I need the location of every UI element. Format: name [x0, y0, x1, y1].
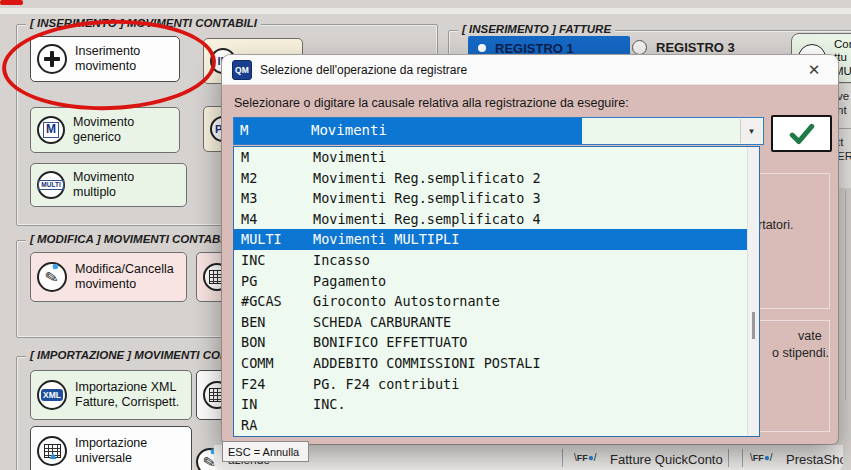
- causale-code: COMM: [241, 355, 274, 371]
- causale-desc: Movimenti Reg.semplificato 3: [313, 190, 541, 206]
- group-fatture-label: [ INSERIMENTO ] FATTURE: [458, 23, 615, 35]
- causale-row[interactable]: COMMADDEBITO COMMISSIONI POSTALI: [234, 353, 759, 374]
- movimento-generico-label: Movimentogenerico: [73, 115, 134, 145]
- tab-separator: [562, 449, 563, 467]
- table-upload-icon: ▲: [37, 436, 67, 466]
- causale-code: F24: [241, 376, 265, 392]
- registro-3-label: REGISTRO 3: [656, 40, 735, 55]
- modifica-cancella-button[interactable]: ✎ Modifica/Cancellamovimento: [30, 252, 187, 302]
- group-importazione-label: [ IMPORTAZIONE ] MOVIMENTI CONTA: [26, 349, 247, 361]
- causale-desc: Movimenti Reg.semplificato 2: [313, 170, 541, 186]
- causale-code: M3: [241, 190, 257, 206]
- text-fragment: ER: [837, 150, 851, 164]
- causale-code: INC: [241, 252, 265, 268]
- causale-row[interactable]: F24PG. F24 contributi: [234, 374, 759, 395]
- causale-desc: PG. F24 contributi: [313, 376, 459, 392]
- causale-code: MULTI: [241, 231, 282, 247]
- panel-border-fragment: [845, 190, 846, 400]
- selezione-operazione-dialog: QM Selezione dell'operazione da registra…: [222, 55, 838, 444]
- confirm-button[interactable]: [771, 115, 832, 152]
- toolbar-strip: [0, 8, 851, 14]
- text-fragment: nt: [837, 104, 847, 118]
- qm-app-icon: QM: [232, 60, 252, 80]
- causali-list[interactable]: MMovimentiM2Movimenti Reg.semplificato 2…: [233, 146, 760, 437]
- causale-desc: BONIFICO EFFETTUATO: [313, 334, 467, 350]
- movimento-multiplo-label: Movimento multiplo: [73, 170, 180, 200]
- causale-row[interactable]: INCIncasso: [234, 250, 759, 271]
- causale-row[interactable]: PGPagamento: [234, 271, 759, 292]
- importazione-xml-label: Importazione XMLFatture, Corrispett.: [75, 380, 179, 410]
- causale-combobox[interactable]: M Movimenti ▼: [233, 117, 764, 145]
- importazione-universale-label: Importazioneuniversale: [75, 436, 147, 466]
- pencil-icon: ✎: [37, 262, 67, 292]
- group-modifica-label: [ MODIFICA ] MOVIMENTI CONTABILI /: [26, 233, 244, 245]
- combobox-desc: Movimenti: [311, 122, 387, 138]
- multi-icon: MULTI: [37, 171, 65, 199]
- causale-row[interactable]: MMovimenti: [234, 147, 759, 168]
- tab-prestashop[interactable]: PrestaShop: [786, 452, 843, 467]
- esc-hint: ESC = Annulla: [222, 441, 309, 462]
- m-icon: M: [37, 116, 65, 144]
- causale-code: PG: [241, 273, 257, 289]
- app-window: [ INSERIMENTO ] MOVIMENTI CONTABILI Inse…: [0, 0, 851, 470]
- causale-code: BEN: [241, 314, 265, 330]
- causale-row[interactable]: M2Movimenti Reg.semplificato 2: [234, 168, 759, 189]
- text-fragment: o stipendi.: [772, 346, 829, 360]
- dialog-titlebar: QM Selezione dell'operazione da registra…: [222, 55, 838, 85]
- tab-separator: [728, 449, 729, 467]
- causale-row[interactable]: M4Movimenti Reg.semplificato 4: [234, 209, 759, 230]
- quickconto-tab-icon: \FF●/: [574, 452, 597, 463]
- causale-desc: SCHEDA CARBURANTE: [313, 314, 451, 330]
- radio-ring-icon: [632, 40, 647, 55]
- chevron-down-icon[interactable]: ▼: [740, 119, 762, 143]
- importazione-universale-button[interactable]: ▲ Importazioneuniversale: [30, 426, 192, 470]
- causale-row[interactable]: RA: [234, 415, 759, 436]
- text-fragment: rtatori.: [758, 218, 793, 232]
- causale-desc: ADDEBITO COMMISSIONI POSTALI: [313, 355, 541, 371]
- registro-1-label: REGISTRO 1: [495, 41, 574, 56]
- causale-code: M2: [241, 170, 257, 186]
- causale-code: RA: [241, 417, 257, 433]
- causale-desc: Giroconto Autostornante: [313, 293, 500, 309]
- causale-code: BON: [241, 334, 265, 350]
- close-icon[interactable]: ✕: [798, 55, 830, 84]
- combobox-selection: M Movimenti: [234, 118, 582, 144]
- causale-code: #GCAS: [241, 293, 282, 309]
- causale-row[interactable]: BONBONIFICO EFFETTUATO: [234, 332, 759, 353]
- combobox-code: M: [240, 122, 248, 138]
- causale-desc: Movimenti: [313, 149, 386, 165]
- dialog-title: Selezione dell'operazione da registrare: [260, 63, 467, 77]
- text-fragment: vate: [798, 329, 822, 343]
- causale-row[interactable]: MULTIMovimenti MULTIPLI: [234, 229, 759, 250]
- causale-code: M: [241, 149, 249, 165]
- radio-dot-icon: [478, 44, 486, 52]
- tab-fatture-quickconto[interactable]: Fatture QuickConto: [610, 452, 723, 467]
- red-annotation-fragment: [0, 0, 23, 5]
- causale-desc: Pagamento: [313, 273, 386, 289]
- prestashop-tab-icon: \FF●/: [750, 452, 773, 463]
- scrollbar-thumb[interactable]: [752, 312, 755, 339]
- causale-row[interactable]: M3Movimenti Reg.semplificato 3: [234, 188, 759, 209]
- modifica-cancella-label: Modifica/Cancellamovimento: [75, 262, 174, 292]
- xml-icon: XML: [37, 380, 67, 410]
- causale-row[interactable]: ININC.: [234, 394, 759, 415]
- movimento-multiplo-button[interactable]: MULTI Movimento multiplo: [30, 163, 187, 207]
- causale-row[interactable]: #GCASGiroconto Autostornante: [234, 291, 759, 312]
- causale-row[interactable]: BENSCHEDA CARBURANTE: [234, 312, 759, 333]
- importazione-xml-button[interactable]: XML Importazione XMLFatture, Corrispett.: [30, 370, 192, 420]
- text-fragment: ve: [837, 90, 849, 104]
- causale-code: M4: [241, 211, 257, 227]
- movimento-generico-button[interactable]: M Movimentogenerico: [30, 107, 180, 153]
- causale-desc: Movimenti Reg.semplificato 4: [313, 211, 541, 227]
- tab-separator: [742, 449, 743, 467]
- causale-desc: Movimenti MULTIPLI: [313, 231, 459, 247]
- scrollbar[interactable]: [747, 147, 759, 436]
- check-icon: [789, 123, 815, 145]
- causale-code: IN: [241, 396, 257, 412]
- causale-desc: Incasso: [313, 252, 370, 268]
- dialog-prompt: Selezionare o digitare la causale relati…: [234, 96, 629, 110]
- causale-desc: INC.: [313, 396, 346, 412]
- registro-3-radio[interactable]: REGISTRO 3: [632, 40, 735, 55]
